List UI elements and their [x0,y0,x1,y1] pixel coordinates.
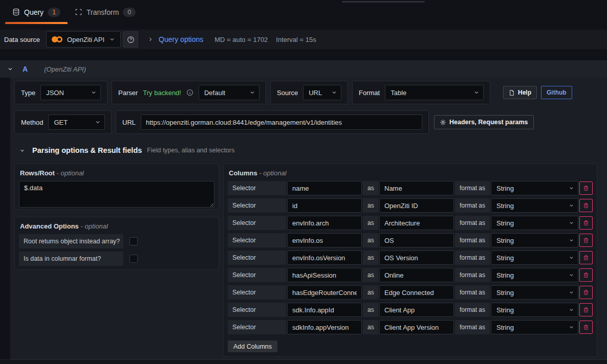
column-alias-input[interactable] [379,198,454,213]
column-alias-input[interactable] [379,251,454,265]
format-value: String [496,185,514,192]
format-fieldbox: Format Table [352,81,490,104]
try-backend-hint: Try backend! [143,89,181,97]
query-editor-screen: Query 1 Transform 0 Data source OpenZiti… [0,0,607,364]
column-selector-input[interactable] [287,233,362,247]
column-selector-input[interactable] [287,303,362,317]
delete-column-button[interactable] [579,321,593,334]
format-as-label: format as [455,320,490,334]
github-button[interactable]: Github [541,86,572,99]
parser-label: Parser [118,89,138,97]
format-select[interactable]: Table [385,85,484,100]
column-alias-input[interactable] [379,268,454,282]
add-columns-button[interactable]: Add Columns [228,340,277,352]
tab-transform[interactable]: Transform 0 [68,0,143,24]
column-format-select[interactable]: String [491,198,578,213]
gear-icon [440,119,446,126]
columnar-format-label: Is data in columnar format? [19,252,123,266]
chevron-down-icon [91,89,97,96]
delete-column-button[interactable] [579,251,593,264]
column-selector-input[interactable] [287,285,362,300]
source-fieldbox: Source URL [270,81,348,104]
column-alias-input[interactable] [379,303,454,317]
rows-root-input[interactable]: $.data [19,181,214,208]
column-format-select[interactable]: String [491,303,578,317]
column-alias-input[interactable] [379,181,454,195]
column-selector-input[interactable] [287,320,362,334]
column-alias-input[interactable] [379,320,454,334]
trash-icon [583,324,589,330]
delete-column-button[interactable] [579,303,593,316]
headers-request-params-button[interactable]: Headers, Request params [434,115,534,129]
trash-icon [583,272,589,278]
headers-button-label: Headers, Request params [449,119,528,126]
chevron-down-icon [569,325,574,330]
column-alias-input[interactable] [379,216,454,230]
delete-column-button[interactable] [579,286,593,299]
parsing-section-title: Parsing options & Result fields [32,146,142,154]
help-button[interactable]: Help [503,86,537,99]
column-row: Selector as format as String [228,181,593,195]
column-format-select[interactable]: String [491,320,578,334]
column-format-select[interactable]: String [491,216,578,230]
chevron-down-icon [473,89,480,96]
format-as-label: format as [455,285,490,300]
options-row: Type JSON Parser Try backend! Defau [14,81,597,104]
trash-icon [583,202,589,209]
columns-panel: Columns - optional Selector as format as… [223,164,597,357]
column-selector-input[interactable] [287,198,362,213]
root-returns-object-label: Root returns object instead array? [19,234,123,248]
delete-column-button[interactable] [579,199,593,212]
column-format-select[interactable]: String [491,251,578,265]
datasource-picker[interactable]: OpenZiti API [46,31,121,48]
column-format-select[interactable]: String [491,233,578,247]
type-select[interactable]: JSON [40,85,101,100]
github-button-label: Github [547,89,567,96]
column-alias-input[interactable] [379,233,454,247]
column-alias-input[interactable] [379,285,454,300]
panel-resize-handle[interactable] [342,1,425,3]
query-row-header[interactable]: A (OpenZiti API) [0,60,607,78]
column-row: Selector as format as String [228,216,593,230]
chevron-down-icon [249,89,255,96]
column-selector-input[interactable] [287,216,362,230]
datasource-help-button[interactable] [123,31,138,48]
openziti-logo-icon [52,36,63,42]
format-value: String [496,271,514,279]
chevron-down-icon [569,255,574,261]
column-selector-input[interactable] [287,251,362,265]
column-row: Selector as format as String [228,233,593,247]
parser-select[interactable]: Default [199,85,259,100]
delete-column-button[interactable] [579,181,593,195]
delete-column-button[interactable] [579,234,593,247]
delete-column-button[interactable] [579,268,593,282]
chevron-down-icon [109,36,115,42]
column-selector-input[interactable] [287,181,362,195]
column-format-select[interactable]: String [491,268,578,282]
source-select[interactable]: URL [303,85,341,100]
delete-column-button[interactable] [579,216,593,230]
parsing-options-section-header[interactable]: Parsing options & Result fields Field ty… [14,144,597,156]
chevron-down-icon [95,119,101,125]
chevron-right-icon [147,36,154,42]
tab-transform-label: Transform [86,8,119,16]
url-input[interactable] [141,115,422,130]
trash-icon [583,307,589,313]
column-format-select[interactable]: String [491,181,578,195]
column-selector-input[interactable] [287,268,362,282]
columnar-format-checkbox[interactable] [129,255,138,263]
query-options-link[interactable]: Query options [159,35,203,43]
format-as-label: format as [455,303,490,317]
selector-label: Selector [228,320,286,334]
column-format-select[interactable]: String [491,285,578,300]
editor-tabbar: Query 1 Transform 0 [0,0,607,24]
method-select[interactable]: GET [48,115,105,130]
format-label: Format [359,89,380,97]
as-label: as [363,303,378,317]
chevron-down-icon [331,89,337,96]
tab-query-label: Query [24,8,44,16]
method-value: GET [54,119,68,126]
root-returns-object-checkbox[interactable] [129,237,138,245]
advanced-options-panel: Advanced Options - optional Root returns… [14,217,219,270]
tab-query[interactable]: Query 1 [5,0,68,24]
